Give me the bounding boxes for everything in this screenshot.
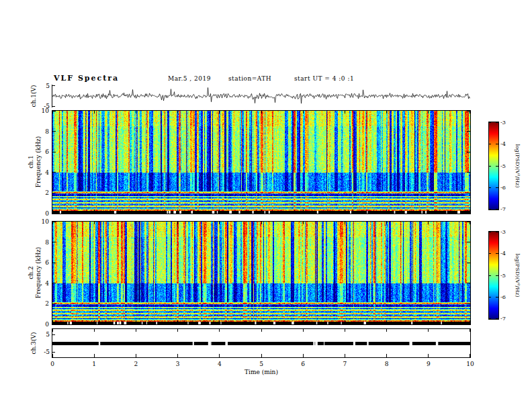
freq-tick-label: 6: [45, 148, 49, 155]
ch2-axis-label-line2: Frequency (kHz): [35, 247, 42, 299]
colorbar-tick-label: -5: [500, 163, 506, 169]
colorbar-tick-label: -5: [500, 272, 506, 278]
x-tick-label: 10: [466, 361, 474, 367]
ch3-ytick-pos: 5: [46, 331, 50, 338]
ch1-waveform-canvas: [52, 85, 470, 107]
x-tick-label: 1: [92, 361, 96, 367]
colorbar-tick-label: -3: [500, 120, 506, 126]
x-tick-label: 5: [259, 361, 263, 367]
x-tick-label: 9: [427, 361, 431, 367]
colorbar-tick-label: -7: [500, 316, 506, 322]
freq-tick-label: 8: [45, 239, 49, 246]
freq-tick-label: 4: [45, 280, 49, 287]
ch1-frequency-axis-label: ch.1 Frequency (kHz): [28, 136, 42, 188]
start-ut-label: start UT = 4 :0 :1: [294, 75, 354, 82]
ch3-ytick-neg: -5: [44, 349, 50, 355]
ch1-voltage-axis-label: ch.1(V): [30, 85, 38, 107]
x-tick-label: 4: [218, 361, 222, 367]
date-label: Mar.5 , 2019: [168, 75, 211, 82]
ch2-colorbar-label: log(PSD)(V²/Hz): [515, 253, 521, 297]
ch2-spectrogram-panel: [52, 221, 471, 325]
x-tick-label: 6: [301, 361, 305, 367]
ch1-axis-label-line1: ch.1: [28, 136, 35, 188]
colorbar-tick-label: -4: [500, 250, 506, 257]
freq-tick-label: 6: [45, 259, 49, 266]
station-label: station=ATH: [228, 75, 271, 82]
ch1-spectrogram-canvas: [52, 111, 470, 214]
ch3-waveform-panel: [52, 328, 471, 358]
freq-tick-label: 4: [45, 169, 49, 176]
ch1-colorbar-label: log(PSD)(V²/Hz): [515, 144, 521, 187]
x-tick-label: 0: [50, 361, 54, 367]
x-tick-label: 8: [385, 361, 389, 367]
colorbar-tick-label: -6: [500, 293, 506, 300]
plot-title: VLF Spectra: [54, 74, 119, 83]
freq-tick-label: 10: [42, 107, 49, 114]
freq-tick-label: 8: [45, 128, 49, 135]
freq-tick-label: 0: [45, 321, 49, 328]
colorbar-tick-label: -4: [500, 141, 506, 147]
ch2-colorbar: [488, 231, 499, 320]
freq-tick-label: 2: [45, 300, 49, 307]
ch1-ytick-pos: 5: [46, 83, 50, 89]
freq-tick-label: 2: [45, 189, 49, 196]
ch1-axis-label-line2: Frequency (kHz): [35, 136, 42, 188]
ch1-waveform-panel: [52, 85, 470, 107]
ch1-spectrogram-panel: [52, 110, 471, 214]
colorbar-tick-label: -3: [500, 229, 506, 235]
freq-tick-label: 10: [42, 218, 49, 225]
ch2-colorbar-canvas: [489, 232, 498, 319]
ch1-colorbar: [488, 122, 499, 210]
freq-tick-label: 0: [45, 210, 49, 217]
colorbar-tick-label: -7: [500, 206, 506, 212]
vlf-spectra-plot: VLF Spectra Mar.5 , 2019 station=ATH sta…: [0, 0, 532, 411]
x-tick-label: 3: [176, 361, 180, 367]
ch3-voltage-axis-label: ch.3(V): [30, 332, 38, 355]
ch2-frequency-axis-label: ch.2 Frequency (kHz): [28, 247, 42, 299]
ch2-axis-label-line1: ch.2: [28, 247, 35, 299]
ch2-spectrogram-canvas: [52, 222, 470, 324]
ch1-colorbar-canvas: [489, 122, 498, 210]
ch3-waveform-canvas: [52, 329, 470, 357]
time-axis-label: Time (min): [245, 369, 278, 375]
x-tick-label: 2: [134, 361, 138, 367]
x-tick-label: 7: [343, 361, 347, 367]
colorbar-tick-label: -6: [500, 184, 506, 190]
